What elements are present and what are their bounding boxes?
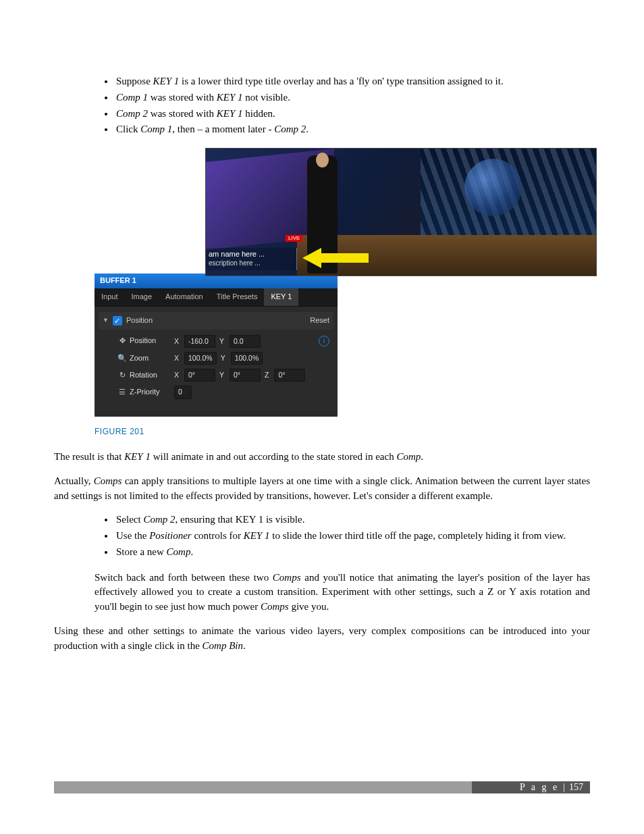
lower-third-line1: am name here ... [209, 249, 294, 259]
position-row: ✥Position X-160.0 Y0.0 i [117, 335, 329, 348]
position-checkbox[interactable]: ✓ [113, 316, 122, 325]
rotate-icon: ↻ [117, 370, 127, 381]
lower-third-line2: escription here ... [209, 259, 294, 267]
panel-tabs: Input Image Automation Title Presets KEY… [95, 288, 338, 307]
bullet-list-top: Suppose KEY 1 is a lower third type titl… [115, 74, 590, 137]
bullet-list-mid: Select Comp 2, ensuring that KEY 1 is vi… [115, 513, 590, 559]
rotation-row: ↻Rotation X0° Y0° Z0° [117, 369, 329, 382]
list-item: Store a new Comp. [115, 545, 590, 560]
globe-graphic [464, 159, 522, 216]
body-paragraph: Switch back and forth between these two … [95, 571, 590, 615]
rotation-z-input[interactable]: 0° [274, 369, 305, 382]
info-icon[interactable]: i [319, 336, 329, 346]
collapse-icon[interactable]: ▼ [103, 316, 109, 325]
footer-page-label: P a g e [520, 781, 559, 794]
page-content: Suppose KEY 1 is a lower third type titl… [54, 74, 590, 796]
list-item: Comp 1 was stored with KEY 1 not visible… [115, 90, 590, 105]
zoom-y-input[interactable]: 100.0% [231, 352, 263, 365]
live-tag: LIVE [286, 235, 302, 242]
page-footer: P a g e | 157 [54, 781, 590, 796]
zpriority-row: ☰Z-Priority 0 [117, 386, 329, 398]
footer-bar-left [54, 781, 472, 793]
position-x-input[interactable]: -160.0 [184, 335, 215, 348]
tab-automation[interactable]: Automation [159, 288, 210, 306]
buffer-config-panel: BUFFER 1 Input Image Automation Title Pr… [95, 273, 338, 417]
figure-wrapper: LIVE am name here ... escription here ..… [95, 148, 590, 417]
layers-icon: ☰ [117, 387, 127, 398]
presenter [307, 155, 338, 273]
footer-separator: | [563, 781, 565, 794]
move-icon: ✥ [117, 336, 127, 346]
list-item: Suppose KEY 1 is a lower third type titl… [115, 74, 590, 89]
list-item: Select Comp 2, ensuring that KEY 1 is vi… [115, 513, 590, 527]
video-preview: LIVE am name here ... escription here ..… [205, 148, 597, 276]
reset-button[interactable]: Reset [310, 315, 329, 326]
position-y-input[interactable]: 0.0 [230, 335, 261, 348]
tab-image[interactable]: Image [124, 288, 159, 306]
rotation-y-input[interactable]: 0° [230, 369, 261, 382]
body-paragraph: Actually, Comps can apply transitions to… [54, 474, 590, 504]
studio-floor [297, 235, 596, 276]
position-controls: ✥Position X-160.0 Y0.0 i 🔍Zoom X100.0% Y… [99, 330, 333, 413]
tab-title-presets[interactable]: Title Presets [210, 288, 265, 306]
zoom-x-input[interactable]: 100.0% [184, 352, 217, 365]
position-section-header[interactable]: ▼ ✓ Position Reset [99, 312, 333, 330]
tab-input[interactable]: Input [95, 288, 124, 306]
lower-third-title: am name here ... escription here ... [206, 248, 297, 270]
tab-key1[interactable]: KEY 1 [264, 288, 298, 306]
footer-page-number: 157 [569, 781, 583, 794]
body-paragraph: Using these and other settings to animat… [54, 624, 590, 654]
body-paragraph: The result is that KEY 1 will animate in… [54, 450, 590, 465]
list-item: Click Comp 1, then – a moment later - Co… [115, 122, 590, 137]
zpriority-input[interactable]: 0 [174, 386, 192, 398]
section-label: Position [126, 315, 153, 326]
zoom-row: 🔍Zoom X100.0% Y100.0% [117, 352, 329, 365]
rotation-x-input[interactable]: 0° [184, 369, 215, 382]
zoom-icon: 🔍 [117, 353, 127, 364]
figure-caption: FIGURE 201 [95, 426, 590, 438]
footer-bar-right: P a g e | 157 [472, 781, 590, 793]
list-item: Use the Positioner controls for KEY 1 to… [115, 529, 590, 544]
list-item: Comp 2 was stored with KEY 1 hidden. [115, 107, 590, 122]
